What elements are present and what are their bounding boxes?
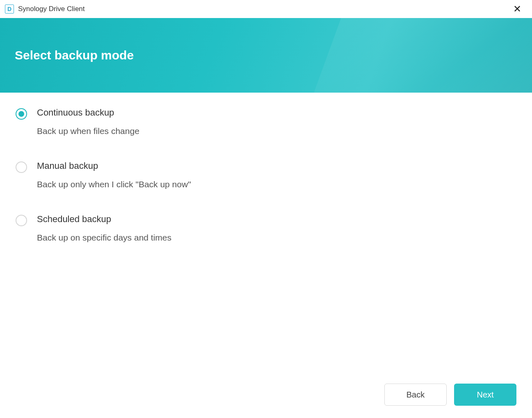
next-button[interactable]: Next	[454, 384, 516, 406]
option-desc-manual: Back up only when I click "Back up now"	[37, 179, 191, 189]
back-button[interactable]: Back	[384, 384, 447, 406]
page-title: Select backup mode	[15, 48, 134, 62]
radio-indicator-manual[interactable]	[16, 161, 27, 173]
option-text: Continuous backup Back up when files cha…	[37, 107, 139, 136]
header-banner: Select backup mode	[0, 18, 532, 93]
option-desc-scheduled: Back up on specific days and times	[37, 233, 171, 243]
option-label-scheduled: Scheduled backup	[37, 214, 171, 225]
option-text: Scheduled backup Back up on specific day…	[37, 214, 171, 243]
titlebar: D Synology Drive Client ✕	[0, 0, 532, 18]
app-icon: D	[5, 5, 14, 14]
radio-dot-icon	[18, 111, 24, 117]
option-label-manual: Manual backup	[37, 161, 191, 171]
option-label-continuous: Continuous backup	[37, 107, 139, 118]
radio-option-continuous[interactable]: Continuous backup Back up when files cha…	[16, 107, 516, 136]
radio-indicator-continuous[interactable]	[16, 108, 27, 120]
app-title: Synology Drive Client	[18, 5, 85, 13]
option-desc-continuous: Back up when files change	[37, 126, 139, 136]
close-icon[interactable]: ✕	[510, 2, 525, 16]
radio-option-scheduled[interactable]: Scheduled backup Back up on specific day…	[16, 214, 516, 243]
radio-option-manual[interactable]: Manual backup Back up only when I click …	[16, 161, 516, 189]
footer-buttons: Back Next	[384, 384, 516, 406]
titlebar-left: D Synology Drive Client	[5, 5, 85, 14]
options-list: Continuous backup Back up when files cha…	[0, 93, 532, 282]
radio-indicator-scheduled[interactable]	[16, 215, 27, 226]
option-text: Manual backup Back up only when I click …	[37, 161, 191, 189]
